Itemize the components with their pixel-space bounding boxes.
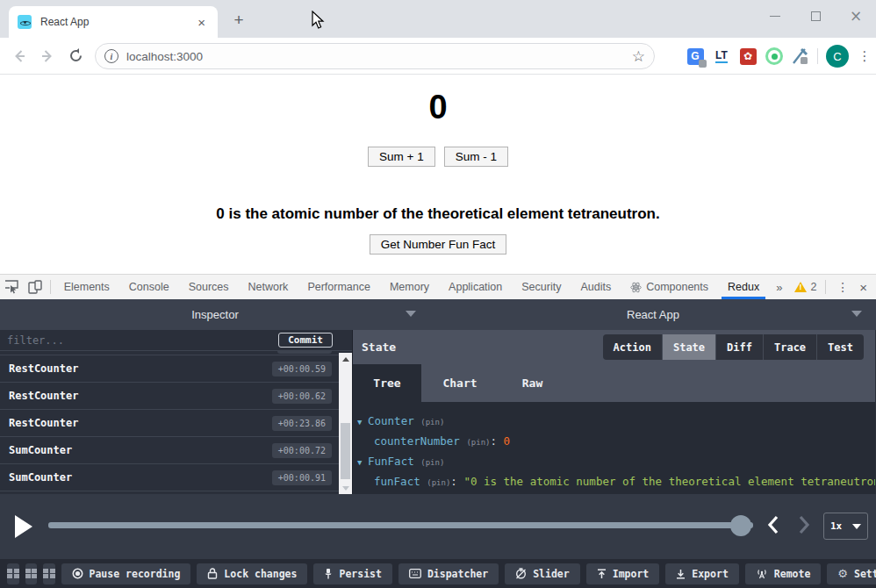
tab-network[interactable]: Network [239,275,298,299]
toolbar-button-label: Persist [339,568,381,580]
tab-components[interactable]: Components [621,275,718,299]
page-info-icon[interactable]: i [104,49,118,63]
layout-option-3-button[interactable] [43,563,55,584]
tree-node-counter-number[interactable]: counterNumber (pin): 0 [357,432,875,452]
browser-menu-button[interactable]: ⋮ [853,48,876,64]
pin-label[interactable]: (pin) [466,438,490,447]
green-extension-button[interactable] [761,43,787,69]
action-row-partial[interactable] [0,351,339,355]
playback-speed-select[interactable]: 1x [823,513,868,540]
expand-arrow-icon[interactable]: ▼ [357,453,368,472]
red-extension-icon [740,48,757,65]
mode-action-button[interactable]: Action [603,334,662,360]
action-row[interactable]: SumCounter +00:00.91 [0,464,339,491]
persist-button[interactable]: Persist [313,563,391,584]
tab-performance[interactable]: Performance [298,275,380,299]
tab-close-icon[interactable]: × [194,14,209,31]
tab-tree[interactable]: Tree [353,364,421,402]
pin-label[interactable]: (pin) [427,478,450,487]
sum-minus-button[interactable]: Sum - 1 [444,147,508,167]
layout-grid-icon [25,569,38,579]
tab-sources[interactable]: Sources [179,275,239,299]
settings-button[interactable]: ⚙ Settings [827,563,876,584]
step-back-button[interactable] [767,515,779,534]
seek-slider-handle[interactable] [730,515,751,536]
more-tabs-button[interactable]: » [769,275,789,299]
tab-elements[interactable]: Elements [54,275,119,299]
pause-recording-button[interactable]: Pause recording [61,563,191,584]
browser-tab[interactable]: React App × [9,6,218,38]
import-button[interactable]: Import [586,563,660,584]
action-row[interactable]: SumCounter +00:00.72 [0,437,339,464]
playback-bar: 1x [0,494,876,559]
chevron-down-icon [852,524,861,529]
forward-button[interactable] [33,42,61,70]
devtools-menu-button[interactable]: ⋮ [829,275,856,299]
mode-state-button[interactable]: State [662,334,715,360]
action-row[interactable]: RestCounter +00:00.62 [0,383,339,410]
maximize-button[interactable] [795,3,836,29]
inspect-element-button[interactable] [0,275,23,299]
minimize-button[interactable] [755,3,795,29]
close-window-button[interactable]: × [836,3,876,29]
back-button[interactable] [5,42,33,70]
tab-security[interactable]: Security [512,275,571,299]
mode-trace-button[interactable]: Trace [763,334,816,360]
mode-diff-button[interactable]: Diff [715,334,763,360]
pin-label[interactable]: (pin) [420,418,444,427]
sum-plus-button[interactable]: Sum + 1 [368,147,435,167]
action-row[interactable]: RestCounter +00:00.59 [0,355,339,383]
get-fun-fact-button[interactable]: Get Number Fun Fact [370,234,507,255]
translate-extension-button[interactable]: G [682,43,708,69]
tab-redux[interactable]: Redux [718,275,769,299]
warnings-badge[interactable]: 2 [789,275,822,299]
export-button[interactable]: Export [665,563,739,584]
red-extension-button[interactable] [735,43,761,69]
instance-select[interactable]: React App [430,299,876,330]
mode-test-button[interactable]: Test [816,334,864,360]
colorpicker-extension-button[interactable] [787,43,814,69]
tab-console[interactable]: Console [119,275,179,299]
colon: : [490,434,497,448]
layout-option-2-button[interactable] [25,563,38,584]
seek-slider-track[interactable] [48,522,753,528]
pin-label[interactable]: (pin) [420,458,444,467]
monitor-select[interactable]: Inspector [0,299,430,330]
slider-button[interactable]: Slider [505,563,580,584]
device-toolbar-button[interactable] [23,275,46,299]
expand-arrow-icon[interactable]: ▼ [357,412,368,432]
play-button[interactable] [15,515,32,538]
url-text[interactable]: localhost:3000 [126,50,632,63]
lock-changes-button[interactable]: Lock changes [197,563,307,584]
new-tab-button[interactable]: + [228,11,249,32]
tree-node-funfact[interactable]: ▼FunFact (pin) [357,452,875,472]
dispatcher-button[interactable]: Dispatcher [399,563,499,584]
omnibox[interactable]: i localhost:3000 ☆ [95,43,655,69]
profile-avatar[interactable]: C [826,45,849,68]
tab-raw[interactable]: Raw [499,364,566,402]
reload-button[interactable] [61,42,90,70]
step-forward-button[interactable] [798,515,810,534]
tab-chart[interactable]: Chart [421,364,499,402]
bookmark-star-icon[interactable]: ☆ [632,47,645,65]
warning-triangle-icon [794,282,807,292]
reload-icon [68,48,83,63]
tab-application[interactable]: Application [439,275,512,299]
tab-memory[interactable]: Memory [380,275,439,299]
scroll-up-arrow[interactable] [339,353,352,365]
remote-button[interactable]: Remote [745,563,822,584]
filter-input[interactable]: filter... [7,334,278,347]
tree-node-counter[interactable]: ▼Counter (pin) [357,412,875,432]
commit-button[interactable]: Commit [278,333,333,348]
layout-option-1-button[interactable] [7,563,19,584]
tab-audits[interactable]: Audits [571,275,621,299]
scrollbar-thumb[interactable] [341,423,350,479]
tree-node-funfact-value[interactable]: funFact (pin): "0 is the atomic number o… [357,472,875,492]
devtools-close-button[interactable]: × [856,275,876,299]
tree-key: Counter [368,414,414,427]
languagetool-extension-button[interactable]: LT [708,43,735,69]
action-name: RestCounter [9,417,272,429]
action-list-scrollbar[interactable] [339,353,352,494]
action-row[interactable]: RestCounter +00:23.86 [0,410,339,437]
scroll-down-arrow[interactable] [339,482,352,494]
